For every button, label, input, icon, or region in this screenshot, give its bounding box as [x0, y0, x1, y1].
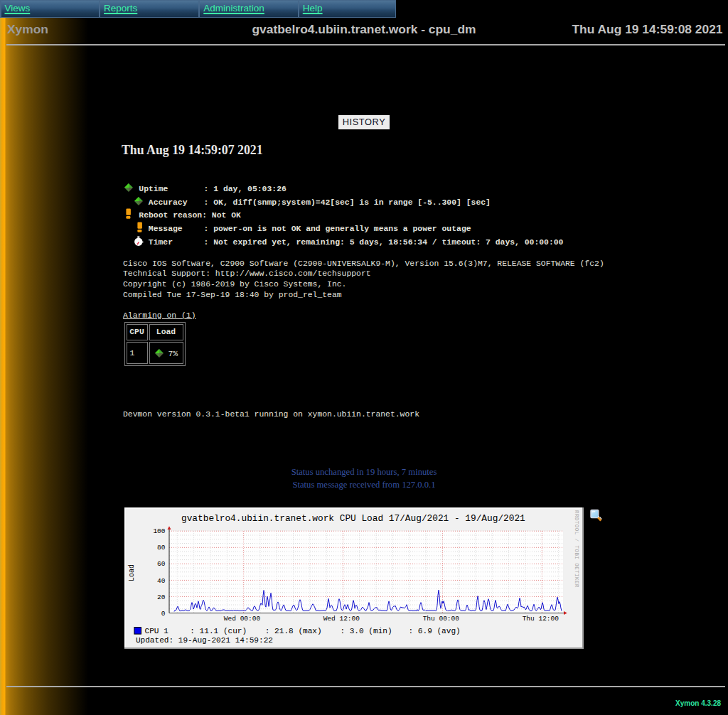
svg-text:Updated: 19-Aug-2021 14:59:22: Updated: 19-Aug-2021 14:59:22 [136, 636, 273, 645]
svg-text:: 11.1 (cur): : 11.1 (cur) [190, 627, 247, 635]
svg-text:Load: Load [128, 564, 136, 581]
svg-text:: 21.8 (max): : 21.8 (max) [265, 627, 322, 635]
svg-text:Thu 12:00: Thu 12:00 [523, 615, 560, 623]
svg-text:Wed 12:00: Wed 12:00 [323, 615, 360, 623]
svg-text:40: 40 [157, 577, 166, 585]
svg-text:0: 0 [161, 610, 166, 618]
svg-text:20: 20 [157, 593, 166, 601]
svg-text:gvatbelro4.ubiin.tranet.work C: gvatbelro4.ubiin.tranet.work CPU Load 17… [181, 513, 525, 524]
svg-text:80: 80 [157, 544, 166, 552]
svg-text:60: 60 [157, 560, 166, 568]
svg-text:Wed 00:00: Wed 00:00 [224, 615, 261, 623]
svg-text:: 6.9 (avg): : 6.9 (avg) [409, 627, 461, 635]
svg-text:Thu 00:00: Thu 00:00 [423, 615, 460, 623]
svg-text:: 3.0 (min): : 3.0 (min) [340, 627, 392, 635]
svg-text:100: 100 [153, 527, 165, 535]
svg-text:RRDTOOL / TOBI OETIKER: RRDTOOL / TOBI OETIKER [574, 510, 579, 588]
svg-text:CPU 1: CPU 1 [145, 627, 169, 635]
